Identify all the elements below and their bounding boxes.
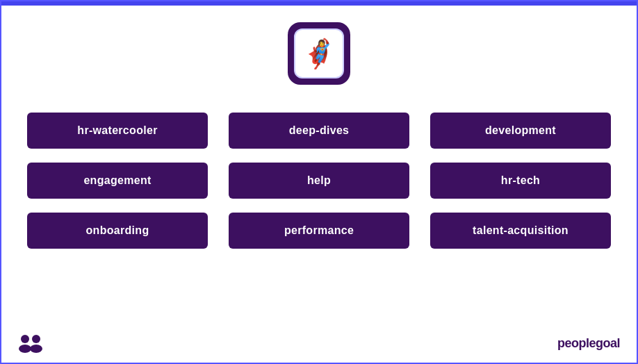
channel-button-deep-dives[interactable]: deep-dives — [229, 113, 409, 149]
footer: peoplegoal — [1, 333, 637, 353]
people-icon — [18, 333, 43, 353]
buttons-grid: hr-watercooler deep-dives development en… — [27, 113, 611, 249]
channel-button-performance[interactable]: performance — [229, 213, 409, 249]
channel-button-onboarding[interactable]: onboarding — [27, 213, 208, 249]
logo-container: 🦸‍♀️ — [288, 22, 350, 85]
svg-point-0 — [21, 335, 29, 343]
svg-point-3 — [30, 345, 42, 353]
svg-point-1 — [19, 345, 31, 353]
logo-inner: 🦸‍♀️ — [294, 28, 344, 78]
channel-button-hr-tech[interactable]: hr-tech — [430, 163, 611, 199]
channel-button-engagement[interactable]: engagement — [27, 163, 208, 199]
people-svg-icon — [18, 333, 43, 353]
channel-button-development[interactable]: development — [430, 113, 611, 149]
svg-point-2 — [32, 335, 40, 343]
channel-button-hr-watercooler[interactable]: hr-watercooler — [27, 113, 208, 149]
channel-button-help[interactable]: help — [229, 163, 409, 199]
superhero-icon: 🦸‍♀️ — [302, 40, 336, 67]
logo-box: 🦸‍♀️ — [288, 22, 350, 85]
top-bar — [1, 1, 637, 6]
main-content: 🦸‍♀️ hr-watercooler deep-dives developme… — [1, 1, 637, 363]
brand-name: peoplegoal — [557, 336, 620, 351]
channel-button-talent-acquisition[interactable]: talent-acquisition — [430, 213, 611, 249]
